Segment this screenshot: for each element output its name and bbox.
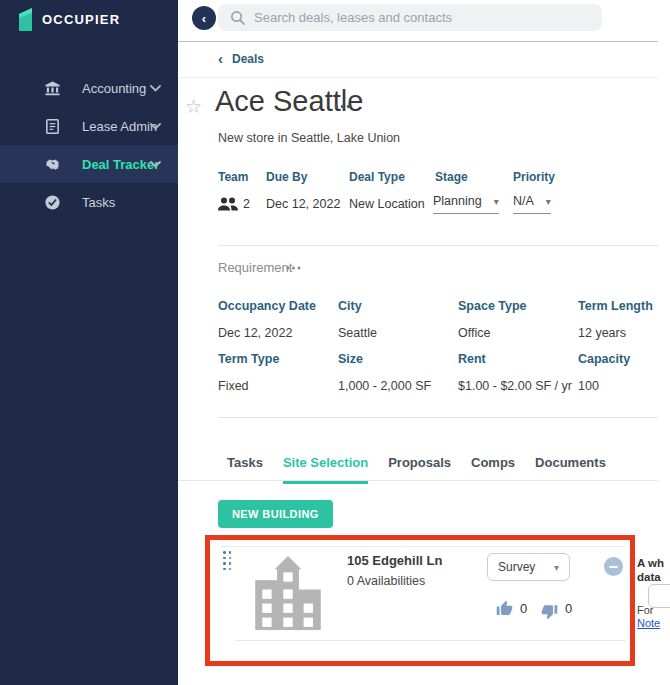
deal-type-value: New Location	[349, 197, 425, 211]
field-value: 100	[578, 379, 599, 393]
thumbs-up-icon[interactable]	[496, 600, 513, 617]
search-icon	[230, 10, 245, 25]
document-icon	[44, 118, 61, 135]
sidebar-item-deal-tracker[interactable]: Deal Tracker	[0, 145, 178, 183]
field-value: Seattle	[338, 326, 377, 340]
thumbs-up-count: 0	[520, 601, 527, 616]
building-stage-select[interactable]: Survey ▾	[487, 553, 570, 581]
partial-card-notes-link[interactable]: Note	[637, 617, 660, 629]
team-label: Team	[218, 170, 248, 184]
field-value: 1,000 - 2,000 SF	[338, 379, 431, 393]
occupier-logo-icon	[18, 8, 33, 31]
card-divider	[220, 546, 626, 547]
field-value: $1.00 - $2.00 SF / yr	[458, 379, 572, 393]
partial-next-card: A wh data	[637, 556, 670, 584]
team-count: 2	[243, 197, 250, 211]
occupier-logo-text: OCCUPIER	[42, 12, 120, 27]
chevron-left-icon: ‹	[218, 53, 223, 65]
caret-down-icon: ▾	[554, 562, 559, 573]
field-label: Occupancy Date	[218, 299, 316, 313]
partial-card-text: For	[637, 604, 654, 616]
app-window: OCCUPIER Accounting Lease Admin	[0, 0, 670, 685]
stage-label: Stage	[435, 170, 468, 184]
stage-select[interactable]: Planning ▾	[433, 194, 499, 214]
thumbs-down-count: 0	[565, 601, 572, 616]
sidebar-item-label: Deal Tracker	[82, 157, 159, 172]
section-divider	[218, 245, 658, 246]
building-availabilities: 0 Availabilities	[347, 574, 425, 588]
caret-down-icon: ▾	[546, 196, 551, 207]
favorite-star-icon[interactable]: ☆	[185, 95, 202, 118]
field-label: Space Type	[458, 299, 527, 313]
field-label: Term Type	[218, 352, 279, 366]
chevron-down-icon	[150, 161, 161, 168]
drag-handle-icon[interactable]	[223, 551, 231, 570]
new-building-button[interactable]: NEW BUILDING	[218, 500, 333, 528]
team-people-icon[interactable]	[218, 197, 238, 211]
card-divider	[235, 640, 626, 641]
search-input[interactable]	[254, 4, 594, 31]
occupier-logo: OCCUPIER	[18, 8, 120, 31]
breadcrumb-back-deals[interactable]: ‹ Deals	[218, 52, 264, 66]
building-image[interactable]	[249, 552, 327, 634]
sidebar-item-label: Lease Admin	[82, 119, 157, 134]
sidebar: OCCUPIER Accounting Lease Admin	[0, 0, 178, 685]
more-options-icon[interactable]	[334, 104, 351, 109]
chevron-down-icon	[150, 85, 161, 92]
priority-select[interactable]: N/A ▾	[513, 194, 551, 214]
breadcrumb-label: Deals	[232, 52, 264, 66]
field-value: 12 years	[578, 326, 626, 340]
chevron-down-icon	[150, 123, 161, 130]
page-title: Ace Seattle	[215, 85, 363, 118]
field-label: City	[338, 299, 362, 313]
requirement-section-label: Requirement	[218, 260, 292, 275]
due-by-value: Dec 12, 2022	[266, 197, 340, 211]
bank-icon	[44, 80, 61, 97]
search-bar[interactable]	[218, 4, 602, 31]
tabs-divider	[178, 480, 658, 481]
deal-subtitle: New store in Seattle, Lake Union	[218, 131, 400, 145]
sidebar-collapse-button[interactable]: ‹	[192, 6, 216, 30]
breadcrumb-divider	[178, 77, 658, 78]
handshake-icon	[44, 156, 61, 173]
requirement-more-options-icon[interactable]	[286, 266, 301, 270]
priority-select-value: N/A	[513, 194, 534, 208]
sidebar-item-label: Accounting	[82, 81, 146, 96]
sidebar-item-tasks[interactable]: Tasks	[0, 183, 178, 221]
field-label: Term Length	[578, 299, 653, 313]
sidebar-item-lease-admin[interactable]: Lease Admin	[0, 107, 178, 145]
field-label: Rent	[458, 352, 486, 366]
section-divider	[218, 417, 658, 418]
field-value: Office	[458, 326, 490, 340]
sidebar-item-label: Tasks	[82, 195, 115, 210]
remove-building-button[interactable]	[604, 557, 623, 576]
due-by-label: Due By	[266, 170, 307, 184]
stage-select-value: Planning	[433, 194, 482, 208]
field-value: Dec 12, 2022	[218, 326, 292, 340]
building-stage-value: Survey	[498, 560, 535, 574]
sidebar-item-accounting[interactable]: Accounting	[0, 69, 178, 107]
priority-label: Priority	[513, 170, 555, 184]
deal-type-label: Deal Type	[349, 170, 405, 184]
partial-card-title-line2: data	[637, 570, 670, 584]
field-label: Capacity	[578, 352, 630, 366]
field-value: Fixed	[218, 379, 249, 393]
header-divider	[178, 41, 658, 42]
field-label: Size	[338, 352, 363, 366]
building-name[interactable]: 105 Edgehill Ln	[347, 553, 442, 568]
thumbs-down-icon[interactable]	[541, 603, 558, 620]
check-circle-icon	[44, 194, 61, 211]
caret-down-icon: ▾	[494, 196, 499, 207]
partial-card-title-line1: A wh	[637, 556, 670, 570]
